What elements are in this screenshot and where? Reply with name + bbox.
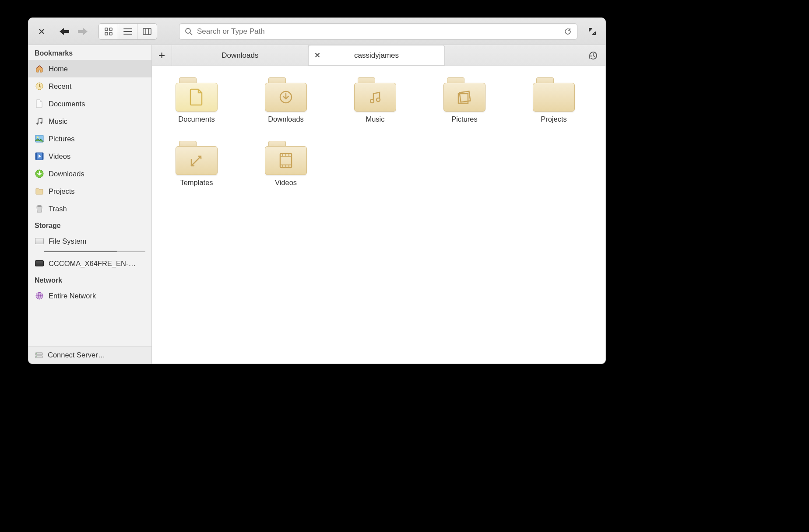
globe-icon [35, 291, 44, 301]
svg-rect-1 [109, 28, 112, 31]
folder-icon [176, 77, 218, 112]
svg-rect-12 [35, 153, 37, 160]
sidebar-item-downloads[interactable]: Downloads [28, 165, 151, 182]
close-button[interactable] [34, 24, 49, 38]
list-view-button[interactable] [118, 24, 137, 39]
folder-icon [354, 77, 396, 112]
sidebar-item-label: File System [49, 237, 86, 245]
svg-point-22 [370, 99, 374, 103]
svg-point-5 [186, 28, 190, 33]
folder-downloads[interactable]: Downloads [254, 77, 317, 123]
main-pane: + Downloads cassidyjames [152, 45, 605, 364]
folder-music[interactable]: Music [344, 77, 407, 123]
file-icon [35, 99, 44, 108]
back-button[interactable] [56, 24, 72, 38]
sidebar-item-label: Recent [49, 82, 71, 91]
music-icon [35, 116, 44, 126]
sidebar-item-label: Videos [49, 152, 70, 161]
sidebar-item-label: Entire Network [49, 292, 96, 300]
sidebar-item-label: Documents [49, 100, 85, 108]
trash-icon [35, 204, 44, 214]
view-mode-group [98, 23, 157, 40]
tab-label: Downloads [222, 51, 258, 60]
item-label: Documents [178, 115, 215, 123]
storage-usage-bar [44, 251, 145, 252]
sidebar-item-trash[interactable]: Trash [28, 200, 151, 217]
icon-view-button[interactable] [99, 24, 118, 39]
disk-icon [35, 259, 44, 268]
connect-server-button[interactable]: Connect Server… [28, 346, 151, 364]
sidebar-item-music[interactable]: Music [28, 112, 151, 130]
folder-projects[interactable]: Projects [522, 77, 585, 123]
forward-button[interactable] [75, 24, 91, 38]
server-icon [35, 351, 43, 360]
search-bar[interactable] [179, 23, 577, 40]
svg-rect-2 [105, 32, 108, 35]
folder-videos[interactable]: Videos [254, 141, 317, 187]
sidebar-item-label: Home [49, 65, 68, 73]
video-icon [35, 151, 44, 161]
new-tab-button[interactable]: + [152, 45, 172, 66]
svg-point-8 [40, 122, 42, 123]
sidebar-section-storage: Storage [28, 217, 151, 232]
item-label: Templates [180, 178, 213, 187]
sidebar-item-network[interactable]: Entire Network [28, 287, 151, 304]
sidebar-item-volume[interactable]: CCCOMA_X64FRE_EN-… [28, 255, 151, 272]
search-input[interactable] [197, 27, 559, 36]
search-icon [185, 28, 193, 35]
tab-cassidyjames[interactable]: cassidyjames [309, 45, 445, 66]
folder-documents[interactable]: Documents [165, 77, 228, 123]
toolbar [28, 18, 605, 45]
folder-pictures[interactable]: Pictures [433, 77, 496, 123]
icon-grid: Documents Downloads [165, 77, 585, 187]
tab-label: cassidyjames [354, 51, 399, 60]
sidebar-item-label: Music [49, 117, 67, 126]
window-body: Bookmarks Home Recent Documents Music Pi… [28, 45, 605, 364]
svg-rect-3 [109, 32, 112, 35]
svg-rect-0 [105, 28, 108, 31]
sidebar: Bookmarks Home Recent Documents Music Pi… [28, 45, 152, 364]
folder-icon [35, 186, 44, 196]
download-icon [35, 169, 44, 178]
item-label: Videos [275, 178, 297, 187]
fullscreen-button[interactable] [584, 24, 600, 38]
column-view-button[interactable] [137, 24, 157, 39]
sidebar-item-label: Pictures [49, 135, 75, 143]
file-manager-window: Bookmarks Home Recent Documents Music Pi… [28, 18, 606, 364]
sidebar-item-label: Projects [49, 187, 75, 196]
sidebar-item-videos[interactable]: Videos [28, 147, 151, 165]
reload-icon[interactable] [564, 28, 572, 35]
clock-icon [35, 81, 44, 91]
connect-server-label: Connect Server… [48, 351, 105, 359]
sidebar-item-home[interactable]: Home [28, 60, 151, 77]
tab-bar: + Downloads cassidyjames [152, 45, 605, 66]
svg-point-19 [36, 353, 37, 354]
sidebar-item-pictures[interactable]: Pictures [28, 130, 151, 147]
folder-icon [533, 77, 575, 112]
svg-rect-15 [38, 205, 41, 206]
item-label: Pictures [451, 115, 478, 123]
sidebar-item-filesystem[interactable]: File System [28, 232, 151, 250]
tab-downloads[interactable]: Downloads [172, 45, 309, 66]
sidebar-section-network: Network [28, 272, 151, 287]
folder-icon [265, 141, 307, 175]
svg-point-20 [36, 356, 37, 357]
svg-point-23 [376, 98, 380, 102]
content-area[interactable]: Documents Downloads [152, 66, 605, 364]
picture-icon [35, 134, 44, 144]
svg-point-7 [36, 122, 38, 124]
sidebar-item-label: CCCOMA_X64FRE_EN-… [49, 259, 136, 268]
folder-icon [265, 77, 307, 112]
close-tab-button[interactable] [315, 52, 320, 60]
svg-rect-24 [460, 91, 471, 102]
sidebar-item-recent[interactable]: Recent [28, 77, 151, 95]
folder-templates[interactable]: Templates [165, 141, 228, 187]
history-button[interactable] [581, 45, 605, 66]
svg-rect-13 [42, 153, 43, 160]
disk-icon [35, 236, 44, 246]
folder-icon [443, 77, 485, 112]
sidebar-item-projects[interactable]: Projects [28, 182, 151, 200]
folder-icon [176, 141, 218, 175]
sidebar-item-label: Downloads [49, 170, 84, 178]
sidebar-item-documents[interactable]: Documents [28, 95, 151, 112]
